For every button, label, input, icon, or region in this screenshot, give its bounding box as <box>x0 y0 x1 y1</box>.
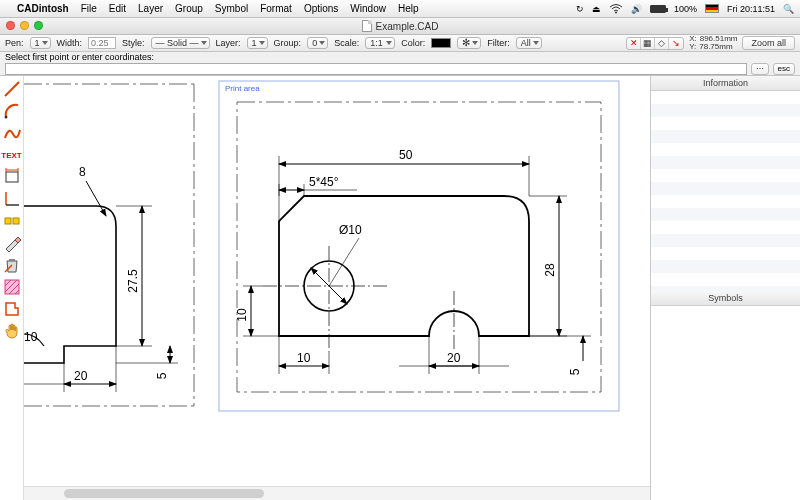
menu-layer[interactable]: Layer <box>137 3 164 14</box>
symbols-panel-header[interactable]: Symbols <box>651 291 800 306</box>
gear-menu[interactable]: ✻ <box>457 37 481 49</box>
text-tool[interactable]: TEXT <box>1 144 23 166</box>
snap-toolbar: ✕ ▦ ◇ ↘ <box>626 37 684 50</box>
document-proxy-icon[interactable] <box>362 20 372 32</box>
svg-rect-8 <box>9 259 15 261</box>
curve-tool[interactable] <box>1 122 23 144</box>
options-bar: Pen: 1 Width: 0.25 Style: — Solid — Laye… <box>0 35 800 52</box>
trash-tool[interactable] <box>1 254 23 276</box>
svg-line-1 <box>5 82 19 96</box>
axis-tool[interactable] <box>1 188 23 210</box>
dim-5x45: 5*45° <box>309 175 339 189</box>
command-input[interactable] <box>5 63 747 75</box>
style-label: Style: <box>122 38 145 48</box>
color-swatch[interactable] <box>431 38 451 48</box>
group-label: Group: <box>274 38 302 48</box>
info-panel-body <box>651 91 800 291</box>
command-esc-button[interactable]: esc <box>773 63 795 75</box>
snap-vertex-button[interactable]: ◇ <box>655 38 669 49</box>
command-prompt-bar: Select first point or enter coordinates:… <box>0 52 800 76</box>
svg-rect-6 <box>5 218 11 224</box>
symbol-tool[interactable] <box>1 210 23 232</box>
shape-tool[interactable] <box>1 298 23 320</box>
horizontal-scrollbar-thumb[interactable] <box>64 489 264 498</box>
window-close-button[interactable] <box>6 21 15 30</box>
width-field[interactable]: 0.25 <box>88 37 116 49</box>
menu-format[interactable]: Format <box>259 3 293 14</box>
edit-tool[interactable] <box>1 232 23 254</box>
volume-icon[interactable]: 🔊 <box>631 4 642 14</box>
dim-50: 50 <box>399 148 413 162</box>
window-titlebar[interactable]: Example.CAD <box>0 18 800 35</box>
symbols-panel-body <box>651 306 800 500</box>
style-select[interactable]: — Solid — <box>151 37 210 49</box>
dim-dia10: Ø10 <box>339 223 362 237</box>
dim-20r: 20 <box>447 351 461 365</box>
svg-rect-22 <box>237 102 601 392</box>
svg-point-2 <box>4 116 7 119</box>
window-traffic-lights <box>6 21 43 30</box>
svg-rect-7 <box>13 218 19 224</box>
dim-5l: 5 <box>155 372 169 379</box>
horizontal-scrollbar[interactable] <box>24 486 650 500</box>
line-tool[interactable] <box>1 78 23 100</box>
menu-symbol[interactable]: Symbol <box>214 3 249 14</box>
dim-10h: 10 <box>297 351 311 365</box>
wifi-icon[interactable] <box>609 4 623 14</box>
pan-tool[interactable] <box>1 320 23 342</box>
filter-label: Filter: <box>487 38 510 48</box>
filter-select[interactable]: All <box>516 37 542 49</box>
app-menu[interactable]: CADintosh <box>16 3 70 14</box>
command-prompt-text: Select first point or enter coordinates: <box>5 52 795 62</box>
hatch-tool[interactable] <box>1 276 23 298</box>
svg-point-0 <box>615 11 617 13</box>
right-sidebar: Information Symbols <box>650 76 800 500</box>
battery-icon[interactable] <box>650 5 666 13</box>
color-label: Color: <box>401 38 425 48</box>
flag-icon[interactable] <box>705 4 719 13</box>
eject-icon[interactable]: ⏏ <box>592 4 601 14</box>
dim-10s: 10 <box>24 330 38 344</box>
mac-menubar: CADintosh File Edit Layer Group Symbol F… <box>0 0 800 18</box>
dim-28: 28 <box>543 263 557 277</box>
scale-label: Scale: <box>334 38 359 48</box>
dim-27-5: 27.5 <box>126 269 140 293</box>
coordinate-readout: X:896.51mm Y:78.75mm <box>689 35 737 51</box>
pen-label: Pen: <box>5 38 24 48</box>
window-title: Example.CAD <box>376 21 439 32</box>
svg-line-11 <box>86 181 106 216</box>
dimension-tool[interactable] <box>1 166 23 188</box>
layer-label: Layer: <box>216 38 241 48</box>
zoom-all-button[interactable]: Zoom all <box>742 36 795 50</box>
group-select[interactable]: 0 <box>307 37 328 49</box>
dim-10v: 10 <box>235 308 249 322</box>
menu-group[interactable]: Group <box>174 3 204 14</box>
spotlight-icon[interactable]: 🔍 <box>783 4 794 14</box>
sync-icon[interactable]: ↻ <box>576 4 584 14</box>
pen-select[interactable]: 1 <box>30 37 51 49</box>
layer-select[interactable]: 1 <box>247 37 268 49</box>
menubar-clock[interactable]: Fri 20:11:51 <box>727 4 775 14</box>
battery-pct: 100% <box>674 4 697 14</box>
svg-rect-3 <box>6 172 18 182</box>
dim-20l: 20 <box>74 369 88 383</box>
dim-8: 8 <box>79 165 86 179</box>
menu-help[interactable]: Help <box>397 3 420 14</box>
window-minimize-button[interactable] <box>20 21 29 30</box>
snap-x-button[interactable]: ✕ <box>627 38 641 49</box>
snap-arrow-button[interactable]: ↘ <box>669 38 683 49</box>
arc-tool[interactable] <box>1 100 23 122</box>
window-zoom-button[interactable] <box>34 21 43 30</box>
drawing-canvas[interactable]: 8 27.5 10 20 5 <box>24 76 650 500</box>
menu-edit[interactable]: Edit <box>108 3 127 14</box>
dim-5r: 5 <box>568 368 582 375</box>
scale-select[interactable]: 1:1 <box>365 37 395 49</box>
menu-window[interactable]: Window <box>349 3 387 14</box>
command-confirm-button[interactable]: ⋯ <box>751 63 769 75</box>
snap-grid-button[interactable]: ▦ <box>641 38 655 49</box>
width-label: Width: <box>57 38 83 48</box>
info-panel-header[interactable]: Information <box>651 76 800 91</box>
menu-file[interactable]: File <box>80 3 98 14</box>
menu-options[interactable]: Options <box>303 3 339 14</box>
coord-y-value: 78.75mm <box>699 43 732 51</box>
